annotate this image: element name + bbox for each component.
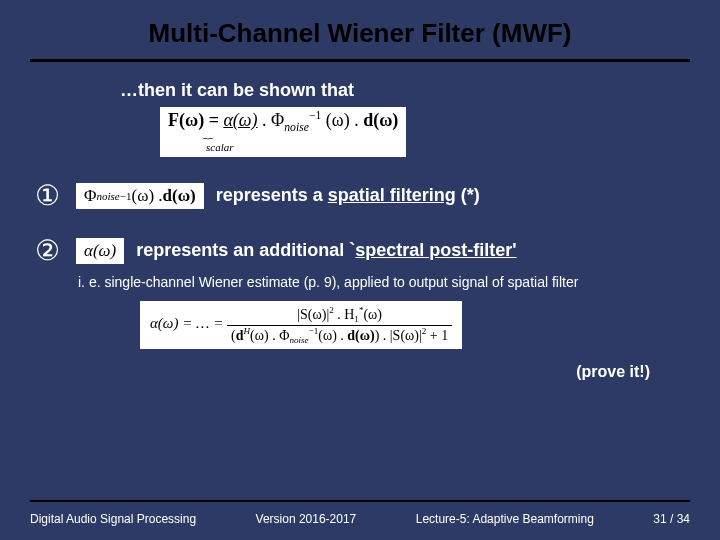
r1-phi-sub: noise [96,190,119,202]
row2-description: represents an additional `spectral post-… [136,240,516,261]
den-plus: + 1 [426,327,448,342]
r2-pre: represents an additional ` [136,240,355,260]
r1-post: (*) [456,185,480,205]
eq-phi-sup: −1 [309,109,321,122]
r1-arg: (ω) . [132,186,163,206]
den-d: d [236,327,244,342]
eq-d: d(ω) [363,110,398,130]
footer: Digital Audio Signal Processing Version … [30,512,690,540]
intro-text: …then it can be shown that [120,80,690,101]
num-h-sub: 1 [354,315,359,325]
content-area: …then it can be shown that F(ω) = α(ω) .… [0,70,720,500]
scalar-label: scalar [206,141,234,153]
den-close: ) . |S(ω)| [375,327,422,342]
r1-under: spatial filtering [328,185,456,205]
eq-arg: (ω) . [326,110,363,130]
eq-F: F(ω) = [168,110,223,130]
fraction: |S(ω)|2 . H1*(ω) (dH(ω) . Φnoise−1(ω) . … [227,305,452,345]
r1-d: d(ω) [163,186,196,206]
main-equation: F(ω) = α(ω) . Φnoise−1 (ω) . d(ω) ︸ scal… [160,107,406,157]
den-mid2: (ω) . [318,327,347,342]
note-text: i. e. single-channel Wiener estimate (p.… [78,273,690,291]
eq-phi-sub: noise [284,121,309,134]
numerator: |S(ω)|2 . H1*(ω) [293,305,386,324]
row1-description: represents a spatial filtering (*) [216,185,480,206]
bullet-2: ② [30,234,64,267]
num-tail: (ω) [363,307,382,322]
eq-dot1: . [262,110,271,130]
row-2: ② α(ω) represents an additional `spectra… [30,234,690,267]
row-1: ① Φnoise−1 (ω) . d(ω) represents a spati… [30,179,690,212]
title-area: Multi-Channel Wiener Filter (MWF) [0,0,720,70]
row2-equation: α(ω) [76,238,124,264]
denominator: (dH(ω) . Φnoise−1(ω) . d(ω)) . |S(ω)|2 +… [227,325,452,345]
r2-under: spectral post-filter' [355,240,516,260]
den-phi-sub: noise [289,335,308,345]
r1-pre: represents a [216,185,328,205]
prove-it: (prove it!) [30,363,690,381]
num-a: |S(ω)| [297,307,329,322]
r1-phi: Φ [84,186,96,206]
footer-area: Digital Audio Signal Processing Version … [0,500,720,540]
footer-left: Digital Audio Signal Processing [30,512,196,526]
bigeq-lhs: α(ω) = … = [150,316,227,332]
slide-title: Multi-Channel Wiener Filter (MWF) [30,18,690,59]
footer-pagenum: 31 / 34 [653,512,690,526]
eq-alpha: α(ω) [223,110,257,130]
r1-phi-sup: −1 [120,190,132,202]
den-phi-sup: −1 [309,326,319,336]
footer-line [30,500,690,502]
alpha-equation: α(ω) = … = |S(ω)|2 . H1*(ω) (dH(ω) . Φno… [140,301,462,349]
title-underline [30,59,690,62]
r2-eq: α(ω) [84,241,116,261]
num-dot: . H [334,307,355,322]
slide: Multi-Channel Wiener Filter (MWF) …then … [0,0,720,540]
bullet-1: ① [30,179,64,212]
eq-phi: Φ [271,110,284,130]
footer-right1: Lecture-5: Adaptive Beamforming [416,512,594,526]
den-mid: (ω) . Φ [250,327,289,342]
row1-equation: Φnoise−1 (ω) . d(ω) [76,183,204,209]
footer-mid: Version 2016-2017 [256,512,357,526]
den-d2: d(ω) [347,327,374,342]
